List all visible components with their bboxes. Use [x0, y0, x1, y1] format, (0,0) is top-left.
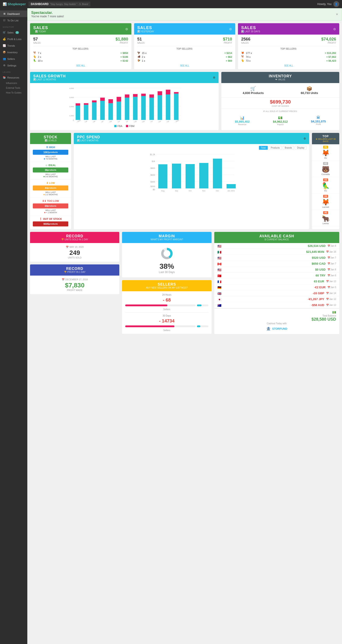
flag-usd-3: 🇺🇸 — [217, 268, 222, 271]
stock-ideal[interactable]: ☺ IDEAL 36 products WILL LAST ■ 3-6 MONT… — [30, 162, 71, 180]
stock-out-of-stock[interactable]: ❗ OUT OF STOCK 9005 products — [30, 216, 71, 229]
cash-date-0: 📅 Jan 8 — [327, 245, 336, 247]
rank-badge-1: #1 — [323, 146, 328, 148]
svg-rect-14 — [92, 102, 97, 120]
record-profit-value: $7,830 — [33, 282, 117, 289]
top-seller-5-name: Leonia — [322, 222, 328, 224]
sales-row: SALES 📊 TODAY ⚙ 57SALES $1,880PROFIT TOP… — [30, 23, 339, 69]
inventory-title: INVENTORY — [224, 74, 336, 78]
sidebar-item-sellers[interactable]: 👥 Sellers — [0, 56, 27, 62]
svg-rect-10 — [76, 106, 80, 120]
legend-fbm: FBM — [126, 125, 134, 128]
sales-today-count: 57 — [33, 37, 41, 42]
inv-units: 60,733 Units — [301, 91, 318, 95]
sales-growth-gear[interactable]: ⚙ — [213, 76, 215, 79]
sales-30days-gear[interactable]: ⚙ — [333, 27, 336, 31]
ppc-tab-display[interactable]: Display — [295, 146, 306, 150]
logo[interactable]: 📊 Shopkeeper — [3, 2, 26, 6]
sidebar-dashboard-label: Dashboard — [7, 12, 20, 15]
yesterday-seller-2: 🐗2 x= $62 — [137, 55, 232, 58]
flag-try: 🇹🇷 — [217, 274, 222, 277]
topbar-left: 📊 Shopkeeper DASHBOARD "Stay hungry. Sta… — [3, 2, 90, 6]
sellers-widget-header: SELLERS ANY NEW SELLERS ON MY LISTINGS? — [122, 280, 211, 291]
topbar: 📊 Shopkeeper DASHBOARD "Stay hungry. Sta… — [0, 0, 342, 8]
stock-out-icon: ❗ — [39, 218, 42, 220]
stock-low-icon: ⬇ — [46, 182, 48, 184]
cash-date-4: 📅 Jan 8 — [327, 268, 336, 271]
sales-today-gear[interactable]: ⚙ — [125, 27, 128, 31]
cash-amount-2: $520 USD — [224, 256, 325, 260]
sales-yesterday-gear[interactable]: ⚙ — [229, 27, 232, 31]
ppc-tab-brands[interactable]: Brands — [283, 146, 294, 150]
sidebar-item-trends[interactable]: 📈 Trends — [0, 42, 27, 49]
top-seller-1[interactable]: #1 🦊 Du — [312, 144, 339, 161]
inv-bottom-stats: 📊 $5,865,402 Revenue 💵 $4,962,512 Payout… — [221, 114, 339, 128]
top-seller-1-name: Du — [324, 157, 327, 159]
ppc-tab-products[interactable]: Products — [269, 146, 282, 150]
svg-rect-33 — [166, 90, 170, 94]
ppc-gear[interactable]: ⚙ — [303, 137, 306, 140]
flag-gbp: 🇬🇧 — [217, 292, 222, 295]
flag-eur-de: 🇩🇪 — [217, 286, 222, 289]
yesterday-see-all[interactable]: SEE ALL — [137, 63, 232, 67]
top-seller-4[interactable]: #4 🦊 Lacreet — [312, 194, 339, 210]
sidebar-item-todo[interactable]: ☑ To Do List — [0, 17, 27, 24]
record-profit-label: PROFIT MADE — [33, 289, 117, 292]
sidebar-item-inventory[interactable]: 📦 Inventory — [0, 49, 27, 56]
cash-row-4: 🇺🇸 $0 USD 📅 Jan 8 — [214, 267, 339, 272]
sidebar-item-how-to[interactable]: How-To Guides — [0, 90, 27, 95]
sellers-widget-title: SELLERS — [125, 282, 208, 286]
margin-body: 38% Last 30 Days — [122, 243, 211, 278]
sellers-30d-period: 30 Days — [125, 314, 208, 317]
flag-usd-1: 🇺🇸 — [217, 244, 222, 248]
30days-see-all[interactable]: SEE ALL — [241, 63, 336, 67]
sidebar-item-sales[interactable]: 🛒 Sales 7 — [0, 29, 27, 36]
margin-col: MARGIN WHAT'S MY PROFIT MARGIN? — [122, 232, 211, 334]
stock-low[interactable]: ⬇ LOW 44 products WILL LAST ■ 1-2 MONTHS — [30, 180, 71, 198]
today-see-all[interactable]: SEE ALL — [33, 63, 128, 67]
svg-text:Apr: Apr — [101, 120, 104, 122]
sidebar-item-external-tools[interactable]: External Tools — [0, 86, 27, 90]
record-profit-header: RECORD 🏆 PROFIT IN 1 DAY — [30, 264, 119, 276]
sidebar-item-influencers[interactable]: Influencers — [0, 81, 27, 86]
avatar[interactable]: 👤 — [333, 1, 339, 7]
sellers-30d-bar-row — [125, 324, 208, 328]
sidebar-item-resources[interactable]: 📚 Resources — [0, 74, 27, 81]
top-seller-5[interactable]: #5 🐂 Leonia — [312, 210, 339, 226]
sales-growth-title: SALES GROWTH — [33, 74, 66, 78]
cash-amount-7: -€2 EUR — [224, 286, 325, 289]
ppc-tab-total[interactable]: Total — [259, 146, 268, 150]
sidebar-item-dashboard[interactable]: ⊞ Dashboard — [0, 10, 27, 17]
inventory-body: 🛒4,830 Products 📦60,733 Units $699,730 C… — [221, 83, 339, 128]
cash-row-7: 🇩🇪 -€2 EUR 📅 Jan 5 — [214, 284, 339, 290]
stock-high[interactable]: ⬆ HIGH 1061 products WILL LAST ■ +6 MONT… — [30, 144, 71, 162]
cash-header: AVAILABLE CASH $ CURRENT BALANCE — [214, 232, 339, 243]
stock-too-low[interactable]: ⬇⬇ TOO LOW 69 products WILL LAST ■ < 1 M… — [30, 198, 71, 216]
inventory-header: INVENTORY ❤ VALUE — [221, 72, 339, 83]
top-seller-2[interactable]: #2 🐻 Conradia — [312, 161, 339, 177]
svg-rect-13 — [84, 103, 88, 105]
top-seller-3-name: Eu — [324, 190, 327, 192]
cash-date-3: 📅 Jan 7 — [327, 262, 336, 265]
top-seller-4-name: Lacreet — [322, 206, 329, 208]
svg-text:3,000: 3,000 — [69, 96, 74, 98]
close-notification-button[interactable]: ✕ — [336, 13, 338, 16]
svg-rect-64 — [186, 164, 195, 188]
top-seller-3[interactable]: #3 🦜 Eu — [312, 177, 339, 194]
svg-text:$0: $0 — [153, 188, 155, 191]
sidebar-item-settings[interactable]: ⚙ Settings — [0, 62, 27, 69]
record-units-card: RECORD 🏆 UNITS SOLD IN 1 DAY 📅 MAY 19, 2… — [30, 232, 119, 262]
notification-bar: Spectacular. You've made 7 more sales! ✕ — [27, 8, 342, 20]
sidebar-item-profit-loss[interactable]: 💰 Profit & Loss — [0, 36, 27, 42]
svg-text:$200: $200 — [151, 185, 155, 188]
legend-fba: FBA — [114, 125, 122, 128]
breadcrumb: DASHBOARD "Stay hungry. Stay foolish." -… — [29, 2, 90, 6]
yesterday-seller-3: 🐓1 x= $60 — [137, 59, 232, 62]
svg-rect-24 — [133, 97, 138, 120]
sellers-24h-period: 24 Hours — [125, 294, 208, 296]
yesterday-seller-1: 🦅15 x= $214 — [137, 52, 232, 54]
inv-revenue: $5,865,402 — [235, 120, 249, 123]
sales-yesterday-profit: $710 — [223, 37, 232, 42]
sidebar-sellers-label: Sellers — [7, 58, 15, 60]
stock-card: STOCK 📊 LEVELS ⬆ HIGH 1061 products — [30, 133, 71, 229]
